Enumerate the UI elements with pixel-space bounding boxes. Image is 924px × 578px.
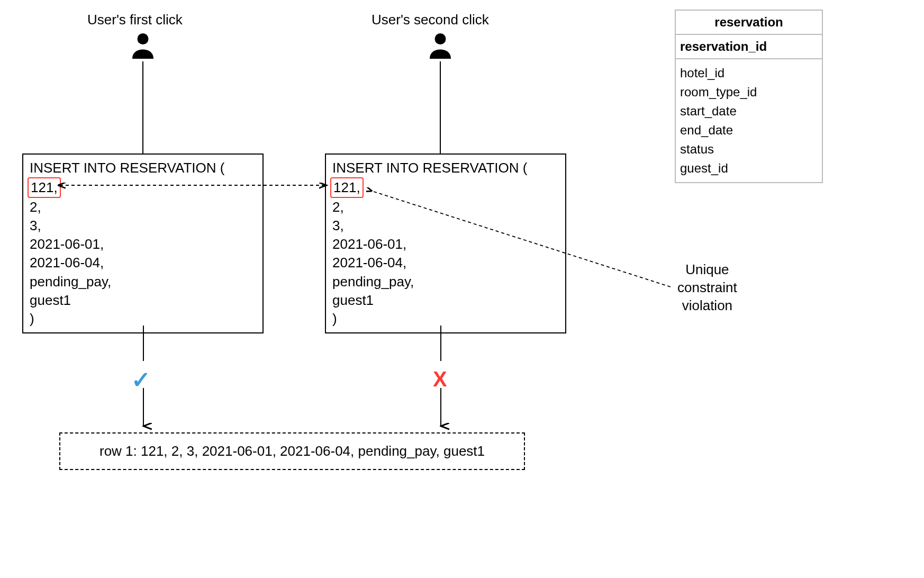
schema-title: reservation [676, 11, 822, 35]
schema-fields: hotel_id room_type_id start_date end_dat… [676, 59, 822, 182]
result-row-text: row 1: 121, 2, 3, 2021-06-01, 2021-06-04… [99, 443, 485, 459]
sql-value: 2, [332, 198, 559, 216]
schema-field: start_date [680, 102, 818, 121]
sql-value: 2, [30, 198, 256, 216]
sql-value: guest1 [30, 291, 256, 310]
schema-pk: reservation_id [676, 35, 822, 59]
sql-close: ) [30, 310, 256, 328]
sql-insert-box-1: INSERT INTO RESERVATION ( 121, 2, 3, 202… [22, 153, 264, 333]
sql-header: INSERT INTO RESERVATION ( [30, 159, 256, 177]
result-row-box: row 1: 121, 2, 3, 2021-06-01, 2021-06-04… [59, 432, 525, 470]
label-first-click: User's first click [87, 12, 183, 28]
user-icon [424, 30, 456, 61]
schema-field: room_type_id [680, 83, 818, 102]
sql-value: pending_pay, [30, 273, 256, 291]
sql-value: pending_pay, [332, 273, 559, 291]
svg-point-0 [138, 33, 149, 44]
sql-value: 2021-06-01, [30, 235, 256, 254]
sql-value: 2021-06-01, [332, 235, 559, 254]
x-mark-icon: X [433, 367, 447, 391]
annotation-unique-violation: Unique constraint violation [677, 261, 737, 314]
sql-value: 3, [30, 216, 256, 235]
sql-value: 3, [332, 216, 559, 235]
sql-insert-box-2: INSERT INTO RESERVATION ( 121, 2, 3, 202… [325, 153, 566, 333]
sql-value: 2021-06-04, [30, 254, 256, 272]
label-second-click: User's second click [372, 12, 489, 28]
highlighted-pk-value: 121, [28, 177, 61, 198]
schema-table-box: reservation reservation_id hotel_id room… [675, 10, 823, 183]
svg-point-1 [435, 33, 446, 44]
sql-header: INSERT INTO RESERVATION ( [332, 159, 559, 177]
schema-field: hotel_id [680, 64, 818, 83]
user-icon [127, 30, 159, 61]
schema-field: guest_id [680, 159, 818, 178]
sql-value: 2021-06-04, [332, 254, 559, 272]
check-mark-icon: ✓ [131, 366, 151, 393]
highlighted-pk-value: 121, [330, 177, 364, 198]
schema-field: status [680, 140, 818, 159]
sql-close: ) [332, 310, 559, 328]
schema-field: end_date [680, 121, 818, 140]
sql-value: guest1 [332, 291, 559, 310]
